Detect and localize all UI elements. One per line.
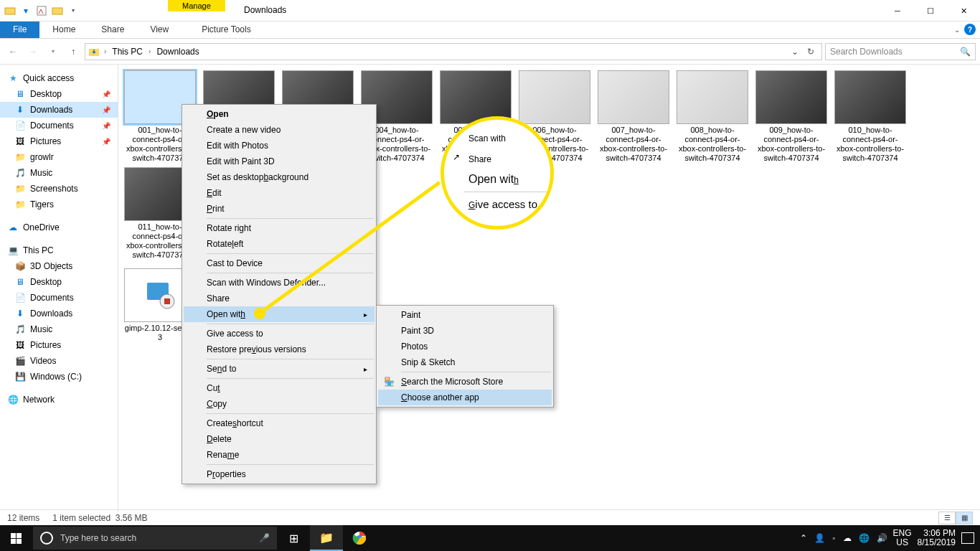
thumbnail: [755, 70, 827, 124]
sidebar-desktop2[interactable]: 🖥Desktop: [0, 274, 118, 290]
down-arrow-icon[interactable]: ▾: [19, 3, 33, 19]
ctx-send-to[interactable]: Send to▸: [184, 361, 374, 377]
sidebar-documents2[interactable]: 📄Documents: [0, 290, 118, 306]
task-view-button[interactable]: ⊞: [277, 525, 310, 551]
address-field[interactable]: › This PC › Downloads ⌄ ↻: [85, 43, 822, 60]
recent-dropdown-icon[interactable]: ▾: [44, 43, 62, 60]
sidebar-pictures[interactable]: 🖼Pictures📌: [0, 133, 118, 149]
maximize-button[interactable]: ☐: [914, 0, 947, 22]
ribbon-collapse-icon[interactable]: ⌄: [954, 26, 960, 34]
sidebar-windows-c[interactable]: 💾Windows (C:): [0, 369, 118, 385]
notification-icon[interactable]: [961, 532, 974, 544]
ctx-set-background[interactable]: Set as desktop background: [184, 169, 374, 185]
ctx-open-with[interactable]: Open with▸: [184, 306, 374, 322]
taskbar-search[interactable]: Type here to search 🎤: [33, 527, 277, 550]
ctx-restore[interactable]: Restore previous versions: [184, 342, 374, 357]
thumbnails-view-button[interactable]: ▦: [956, 512, 973, 524]
sidebar-tigers[interactable]: 📁Tigers: [0, 197, 118, 212]
file-tab[interactable]: File: [0, 22, 39, 38]
file-tile[interactable]: 010_how-to-connect-ps4-or-xbox-controlle…: [831, 69, 909, 164]
breadcrumb-downloads[interactable]: Downloads: [155, 47, 200, 57]
network-tray-icon[interactable]: 🌐: [859, 533, 870, 543]
up-button[interactable]: ↑: [65, 43, 82, 60]
tray-up-icon[interactable]: ⌃: [800, 533, 807, 543]
ctx-print[interactable]: Print: [184, 201, 374, 217]
ctx-delete[interactable]: Delete: [184, 431, 374, 447]
sidebar-onedrive[interactable]: ☁OneDrive: [0, 220, 118, 235]
tray-app-icon[interactable]: ◦: [832, 533, 835, 543]
ctx-copy[interactable]: Copy: [184, 396, 374, 412]
breadcrumb-this-pc[interactable]: This PC: [110, 47, 144, 57]
volume-icon[interactable]: 🔊: [877, 533, 887, 543]
sidebar-documents[interactable]: 📄Documents📌: [0, 118, 118, 133]
sidebar-downloads[interactable]: ⬇Downloads📌: [0, 102, 118, 118]
sidebar-quick-access[interactable]: ★Quick access: [0, 70, 118, 86]
address-dropdown-icon[interactable]: ⌄: [787, 47, 803, 57]
sidebar-downloads2[interactable]: ⬇Downloads: [0, 306, 118, 321]
help-icon[interactable]: ?: [964, 24, 976, 35]
sidebar-videos[interactable]: 🎬Videos: [0, 353, 118, 369]
refresh-icon[interactable]: ↻: [803, 47, 819, 57]
ctx-rename[interactable]: Rename: [184, 447, 374, 463]
home-tab[interactable]: Home: [39, 22, 88, 38]
back-button[interactable]: ←: [4, 43, 22, 60]
file-tile[interactable]: 008_how-to-connect-ps4-or-xbox-controlle…: [674, 69, 751, 164]
properties-icon[interactable]: [34, 3, 49, 19]
ctx-cast[interactable]: Cast to Device: [184, 255, 374, 271]
sidebar-3d-objects[interactable]: 📦3D Objects: [0, 258, 118, 274]
ctx-edit-paint3d[interactable]: Edit with Paint 3D: [184, 154, 374, 169]
sidebar-this-pc[interactable]: 💻This PC: [0, 242, 118, 258]
sidebar-music[interactable]: 🎵Music: [0, 165, 118, 181]
sidebar-desktop[interactable]: 🖥Desktop📌: [0, 86, 118, 102]
language-indicator[interactable]: ENGUS: [893, 529, 912, 547]
sidebar-network[interactable]: 🌐Network: [0, 392, 118, 408]
sub-choose-app[interactable]: Choose another app: [378, 390, 552, 405]
ctx-edit[interactable]: Edit: [184, 185, 374, 201]
minimize-button[interactable]: ─: [881, 0, 914, 22]
sidebar-pictures2[interactable]: 🖼Pictures: [0, 337, 118, 353]
pc-icon: 💻: [7, 245, 19, 256]
new-folder-icon[interactable]: [50, 3, 65, 19]
folder-icon: 📁: [14, 183, 26, 194]
sidebar-screenshots[interactable]: 📁Screenshots: [0, 181, 118, 197]
share-tab[interactable]: Share: [88, 22, 137, 38]
chevron-right-icon[interactable]: ›: [101, 47, 109, 55]
sub-paint3d[interactable]: Paint 3D: [378, 323, 552, 339]
search-input[interactable]: Search Downloads 🔍: [825, 43, 976, 60]
ctx-give-access[interactable]: Give access to: [184, 326, 374, 342]
thumbnail: [519, 70, 590, 124]
people-icon[interactable]: 👤: [814, 533, 825, 543]
sub-photos[interactable]: Photos: [378, 339, 552, 354]
start-button[interactable]: [0, 525, 32, 551]
file-tile[interactable]: 007_how-to-connect-ps4-or-xbox-controlle…: [595, 69, 672, 164]
forward-button[interactable]: →: [24, 43, 42, 60]
ctx-create-video[interactable]: Create a new video: [184, 122, 374, 138]
sidebar-music2[interactable]: 🎵Music: [0, 321, 118, 337]
qat-dropdown-icon[interactable]: ▾: [66, 3, 80, 19]
file-tile[interactable]: 009_how-to-connect-ps4-or-xbox-controlle…: [753, 69, 830, 164]
picture-tools-tab[interactable]: Picture Tools: [192, 22, 260, 38]
ctx-cut[interactable]: Cut: [184, 380, 374, 396]
sub-paint[interactable]: Paint: [378, 307, 552, 323]
close-button[interactable]: ✕: [947, 0, 980, 22]
folder-small-icon[interactable]: [3, 3, 17, 19]
clock[interactable]: 3:06 PM8/15/2019: [918, 529, 956, 547]
ctx-open[interactable]: Open: [184, 106, 374, 122]
sub-snip[interactable]: Snip & Sketch: [378, 354, 552, 370]
details-view-button[interactable]: ☰: [938, 512, 956, 524]
sub-store[interactable]: 🏪Search the Microsoft Store: [378, 374, 552, 390]
mic-icon[interactable]: 🎤: [259, 533, 270, 543]
manage-tab[interactable]: Manage: [168, 0, 225, 11]
view-tab[interactable]: View: [137, 22, 182, 38]
file-explorer-task[interactable]: 📁: [310, 525, 343, 551]
ctx-rotate-right[interactable]: Rotate right: [184, 220, 374, 236]
ctx-edit-photos[interactable]: Edit with Photos: [184, 138, 374, 154]
chevron-right-icon[interactable]: ›: [146, 47, 154, 55]
status-bar: 12 items 1 item selected 3.56 MB ☰ ▦: [0, 509, 980, 525]
ctx-scan[interactable]: Scan with Windows Defender...: [184, 275, 374, 291]
sidebar-growlr[interactable]: 📁growlr: [0, 149, 118, 165]
ctx-properties[interactable]: Properties: [184, 466, 374, 482]
onedrive-tray-icon[interactable]: ☁: [843, 533, 852, 543]
ctx-create-shortcut[interactable]: Create shortcut: [184, 415, 374, 431]
chrome-task[interactable]: [343, 525, 376, 551]
